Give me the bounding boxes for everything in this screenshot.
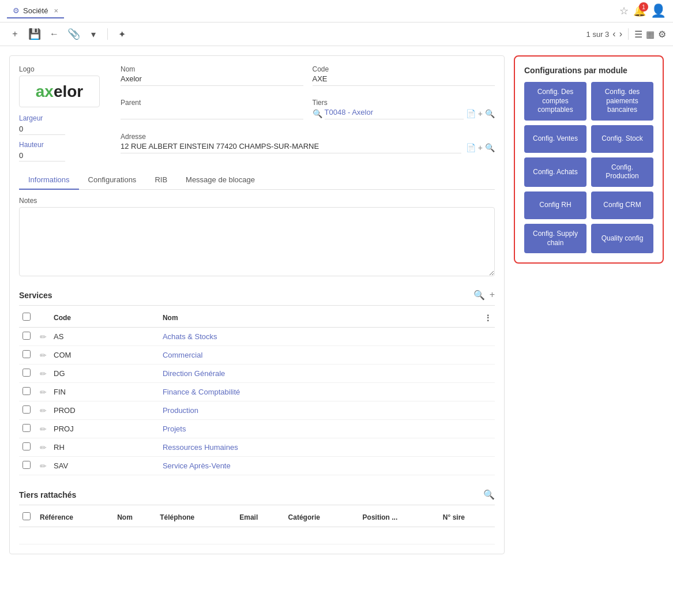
- logo-box: axelor: [19, 76, 100, 107]
- tiers-add-icon[interactable]: +: [478, 109, 483, 118]
- row-checkbox[interactable]: [22, 332, 31, 340]
- user-avatar[interactable]: 👤: [651, 3, 666, 18]
- table-row: ✏ PROJ Projets: [19, 420, 495, 438]
- services-search-icon[interactable]: 🔍: [473, 290, 485, 301]
- tiers-search-icon[interactable]: 🔍: [313, 109, 322, 118]
- address-search-icon[interactable]: 🔍: [485, 143, 495, 152]
- logo-section: Logo axelor Largeur 0 Hauteur 0: [19, 65, 111, 161]
- config-btn-production[interactable]: Config. Production: [591, 157, 653, 187]
- table-row: ✏ DG Direction Générale: [19, 365, 495, 383]
- edit-icon[interactable]: ✏: [40, 443, 47, 452]
- tab-informations[interactable]: Informations: [19, 171, 79, 190]
- address-add-icon[interactable]: +: [478, 143, 483, 152]
- config-btn-quality[interactable]: Quality config: [591, 224, 653, 253]
- config-btn-supply[interactable]: Config. Supply chain: [524, 224, 586, 253]
- th-code: Code: [50, 308, 159, 328]
- edit-icon[interactable]: ✏: [40, 388, 47, 397]
- edit-icon[interactable]: ✏: [40, 369, 47, 378]
- tab-message[interactable]: Message de blocage: [176, 171, 264, 190]
- star-icon[interactable]: ☆: [619, 5, 629, 17]
- row-nom[interactable]: Achats & Stocks: [159, 328, 481, 346]
- tiers-doc-icon[interactable]: 📄: [466, 109, 476, 118]
- grid-view-button[interactable]: ▦: [646, 29, 655, 40]
- row-nom[interactable]: Production: [159, 401, 481, 420]
- parent-value[interactable]: [121, 108, 303, 119]
- tiers-table-header: Référence Nom Téléphone Email Catégorie …: [19, 508, 495, 527]
- width-value[interactable]: 0: [19, 125, 65, 135]
- tiers-empty-row: [19, 527, 495, 544]
- row-nom[interactable]: Service Après-Vente: [159, 457, 481, 475]
- row-checkbox[interactable]: [22, 350, 31, 358]
- tiers-search-icon[interactable]: 🔍: [483, 489, 495, 500]
- address-field-row: 12 RUE ALBERT EINSTEIN 77420 CHAMPS-SUR-…: [121, 142, 495, 153]
- services-title: Services: [19, 291, 52, 300]
- edit-icon[interactable]: ✏: [40, 406, 47, 415]
- config-btn-ventes[interactable]: Config. Ventes: [524, 125, 586, 153]
- tab-rib[interactable]: RIB: [145, 171, 176, 190]
- nav-prev-button[interactable]: ‹: [612, 29, 615, 39]
- th-telephone: Téléphone: [156, 508, 236, 527]
- tiers-select-all[interactable]: [22, 512, 31, 520]
- row-nom[interactable]: Finance & Comptabilité: [159, 383, 481, 401]
- nav-next-button[interactable]: ›: [619, 29, 622, 39]
- code-value[interactable]: AXE: [313, 74, 495, 86]
- row-nom[interactable]: Ressources Humaines: [159, 438, 481, 457]
- edit-icon[interactable]: ✏: [40, 461, 47, 471]
- more-cols-icon[interactable]: ⋮: [484, 314, 491, 322]
- field-code: Code AXE: [313, 65, 495, 94]
- parent-label: Parent: [121, 99, 303, 107]
- row-checkbox[interactable]: [22, 461, 31, 469]
- notification-bell[interactable]: 🔔 1: [633, 5, 646, 17]
- tab-gear-icon: ⚙: [13, 6, 20, 15]
- address-doc-icon[interactable]: 📄: [466, 143, 476, 152]
- save-button[interactable]: 💾: [27, 26, 43, 42]
- back-button[interactable]: ←: [46, 26, 62, 42]
- list-view-button[interactable]: ☰: [634, 29, 642, 40]
- tab-label: Société: [23, 6, 48, 15]
- tab-configurations[interactable]: Configurations: [79, 171, 146, 190]
- address-value[interactable]: 12 RUE ALBERT EINSTEIN 77420 CHAMPS-SUR-…: [121, 142, 461, 153]
- row-checkbox[interactable]: [22, 442, 31, 450]
- row-nom[interactable]: Direction Générale: [159, 365, 481, 383]
- services-add-icon[interactable]: +: [490, 290, 495, 301]
- th-position: Position ...: [359, 508, 439, 527]
- row-checkbox[interactable]: [22, 405, 31, 414]
- row-nom[interactable]: Projets: [159, 420, 481, 438]
- tiers-search2-icon[interactable]: 🔍: [485, 109, 495, 118]
- add-button[interactable]: +: [7, 26, 23, 42]
- tab-close-icon[interactable]: ×: [54, 6, 58, 15]
- edit-icon[interactable]: ✏: [40, 425, 47, 434]
- settings-button[interactable]: ⚙: [658, 29, 666, 40]
- nom-value[interactable]: Axelor: [121, 74, 303, 86]
- config-btn-stock[interactable]: Config. Stock: [591, 125, 653, 153]
- tiers-value[interactable]: T0048 - Axelor: [325, 108, 464, 119]
- row-checkbox[interactable]: [22, 369, 31, 377]
- th-actions: ⋮: [481, 308, 495, 328]
- row-nom[interactable]: Commercial: [159, 346, 481, 365]
- services-actions: 🔍 +: [473, 290, 495, 301]
- th-edit: [36, 308, 50, 328]
- config-btn-comptes[interactable]: Config. Des comptes comptables: [524, 82, 586, 121]
- table-row: ✏ AS Achats & Stocks: [19, 328, 495, 346]
- attach-button[interactable]: 📎: [66, 26, 82, 42]
- config-btn-crm[interactable]: Config CRM: [591, 191, 653, 219]
- config-btn-rh[interactable]: Config RH: [524, 191, 586, 219]
- config-btn-achats[interactable]: Config. Achats: [524, 157, 586, 187]
- select-all-checkbox[interactable]: [22, 313, 31, 321]
- config-btn-paiements[interactable]: Config. des paiements bancaires: [591, 82, 653, 121]
- th-categorie: Catégorie: [285, 508, 359, 527]
- edit-icon[interactable]: ✏: [40, 332, 47, 341]
- height-value[interactable]: 0: [19, 151, 65, 161]
- row-checkbox[interactable]: [22, 424, 31, 432]
- magic-button[interactable]: ✦: [114, 26, 130, 42]
- tiers-label: Tiers: [313, 99, 495, 107]
- dropdown-button[interactable]: ▾: [85, 26, 101, 42]
- notes-section: Notes: [19, 190, 495, 285]
- tiers-header: Tiers rattachés 🔍: [19, 484, 495, 505]
- notes-textarea[interactable]: [19, 207, 495, 276]
- field-parent: Parent: [121, 99, 303, 127]
- row-checkbox[interactable]: [22, 387, 31, 395]
- th-reference: Référence: [36, 508, 114, 527]
- edit-icon[interactable]: ✏: [40, 351, 47, 360]
- active-tab[interactable]: ⚙ Société ×: [7, 4, 64, 18]
